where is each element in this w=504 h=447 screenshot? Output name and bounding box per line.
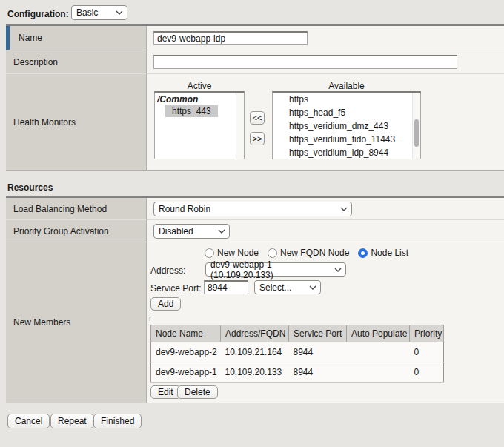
priority-group-row: Priority Group Activation Disabled — [6, 220, 504, 242]
available-monitor-item[interactable]: https — [273, 93, 420, 106]
chevron-down-icon — [334, 268, 342, 272]
configuration-label: Configuration: — [7, 9, 69, 19]
new-members-row: New Members New Node New FQDN Node Node … — [6, 242, 504, 403]
lb-method-value-cell: Round Robin — [147, 198, 504, 220]
edit-member-button[interactable]: Edit — [150, 385, 181, 399]
address-label: Address: — [150, 265, 185, 276]
member-priority: 0 — [410, 362, 444, 383]
address-select[interactable]: dev9-webapp-1 (10.109.20.133) — [205, 262, 346, 277]
available-monitor-item[interactable]: https_veridium_fido_11443 — [273, 133, 420, 146]
lb-method-row: Load Balancing Method Round Robin — [6, 198, 504, 220]
available-monitor-item[interactable]: https_veridium_idp_8944 — [273, 146, 420, 159]
add-member-button[interactable]: Add — [150, 297, 181, 311]
name-input[interactable] — [153, 31, 308, 45]
name-label-cell: Name — [6, 26, 147, 50]
service-port-label: Service Port: — [150, 283, 202, 294]
chevron-down-icon — [340, 207, 348, 211]
stray-character: r — [149, 314, 151, 322]
new-fqdn-node-radio-label[interactable]: New FQDN Node — [280, 248, 349, 258]
col-address-fqdn: Address/FQDN — [221, 325, 289, 342]
member-address: 10.109.20.133 — [221, 362, 289, 383]
resources-table: Load Balancing Method Round Robin Priori… — [6, 196, 504, 403]
lb-method-select-value: Round Robin — [159, 204, 210, 214]
available-list-scrollbar-thumb[interactable] — [414, 119, 419, 147]
lb-method-label: Load Balancing Method — [13, 204, 107, 214]
name-row: Name — [6, 26, 504, 50]
new-members-label-cell: New Members — [6, 242, 147, 403]
chevron-down-icon — [309, 285, 316, 290]
col-auto-populate: Auto Populate — [347, 325, 410, 342]
lb-method-label-cell: Load Balancing Method — [6, 198, 147, 220]
active-monitor-item[interactable]: https_443 — [155, 105, 244, 117]
available-caption: Available — [272, 81, 421, 91]
available-monitor-item[interactable]: https_veridium_dmz_443 — [273, 119, 420, 133]
configuration-select-value: Basic — [76, 7, 98, 18]
members-table-header-row: Node Name Address/FQDN Service Port Auto… — [151, 325, 444, 342]
health-monitors-label: Health Monitors — [13, 117, 76, 128]
member-node-name[interactable]: dev9-webapp-2 — [151, 342, 221, 362]
new-members-value-cell: New Node New FQDN Node Node List Address… — [147, 242, 504, 403]
service-port-input[interactable] — [204, 280, 248, 294]
active-list-scrollbar[interactable] — [236, 93, 244, 159]
health-monitors-row: Health Monitors Active Available /Common… — [6, 74, 504, 170]
lb-method-select[interactable]: Round Robin — [153, 202, 352, 216]
col-node-name: Node Name — [151, 325, 221, 342]
resources-section-header: Resources — [7, 182, 53, 193]
new-node-radio[interactable] — [205, 248, 214, 258]
repeat-button[interactable]: Repeat — [50, 414, 94, 428]
chevron-down-icon — [116, 10, 123, 15]
description-value-cell — [147, 50, 504, 74]
delete-member-button[interactable]: Delete — [177, 385, 218, 399]
member-service-port: 8944 — [289, 362, 347, 383]
health-monitors-label-cell: Health Monitors — [6, 74, 147, 170]
active-monitor-selected[interactable]: https_443 — [165, 105, 218, 117]
member-row[interactable]: dev9-webapp-2 10.109.21.164 8944 0 — [151, 342, 444, 362]
active-partition-label: /Common — [155, 93, 244, 105]
member-node-name[interactable]: dev9-webapp-1 — [151, 362, 221, 383]
pool-configuration-page: Configuration: Basic Name Description — [0, 0, 504, 447]
priority-group-value-cell: Disabled — [147, 220, 504, 242]
member-row[interactable]: dev9-webapp-1 10.109.20.133 8944 0 — [151, 362, 444, 383]
member-address: 10.109.21.164 — [221, 342, 289, 362]
move-to-active-button[interactable]: << — [250, 111, 265, 125]
description-label: Description — [13, 57, 58, 67]
priority-group-select[interactable]: Disabled — [153, 224, 230, 239]
member-type-radio-group: New Node New FQDN Node Node List — [205, 248, 414, 258]
finished-button[interactable]: Finished — [93, 414, 142, 428]
chevron-down-icon — [218, 229, 225, 234]
member-priority: 0 — [410, 342, 444, 362]
description-row: Description — [6, 50, 504, 74]
description-input[interactable] — [153, 55, 457, 69]
member-auto-populate — [347, 342, 410, 362]
description-label-cell: Description — [6, 50, 147, 74]
available-monitor-item[interactable]: https_head_f5 — [273, 106, 420, 119]
member-service-port: 8944 — [289, 342, 347, 362]
new-fqdn-node-radio[interactable] — [268, 248, 277, 258]
basic-settings-table: Name Description Health Monitors Active … — [6, 24, 504, 171]
available-monitors-listbox[interactable]: https https_head_f5 https_veridium_dmz_4… — [272, 91, 421, 159]
active-caption: Active — [154, 81, 245, 91]
members-table: Node Name Address/FQDN Service Port Auto… — [150, 325, 444, 383]
priority-group-select-value: Disabled — [159, 226, 193, 236]
required-indicator-bar — [6, 26, 10, 50]
name-label: Name — [13, 33, 42, 43]
node-list-radio-label[interactable]: Node List — [371, 248, 408, 258]
new-node-radio-label[interactable]: New Node — [217, 248, 259, 258]
priority-group-label: Priority Group Activation — [13, 226, 109, 236]
new-members-label: New Members — [13, 317, 70, 328]
service-port-select[interactable]: Select... — [254, 280, 321, 294]
move-to-available-button[interactable]: >> — [250, 132, 265, 145]
configuration-select[interactable]: Basic — [71, 5, 127, 20]
name-value-cell — [147, 26, 504, 50]
col-priority: Priority — [410, 325, 444, 342]
address-select-value: dev9-webapp-1 (10.109.20.133) — [210, 259, 332, 280]
col-service-port: Service Port — [289, 325, 347, 342]
available-list-scrollbar[interactable] — [412, 93, 420, 159]
active-monitors-listbox[interactable]: /Common https_443 — [154, 91, 245, 159]
member-auto-populate — [347, 362, 410, 383]
health-monitors-value-cell: Active Available /Common https_443 << >>… — [147, 74, 504, 170]
node-list-radio[interactable] — [358, 248, 368, 258]
service-port-select-value: Select... — [259, 282, 291, 293]
cancel-button[interactable]: Cancel — [7, 414, 50, 428]
priority-group-label-cell: Priority Group Activation — [6, 220, 147, 242]
